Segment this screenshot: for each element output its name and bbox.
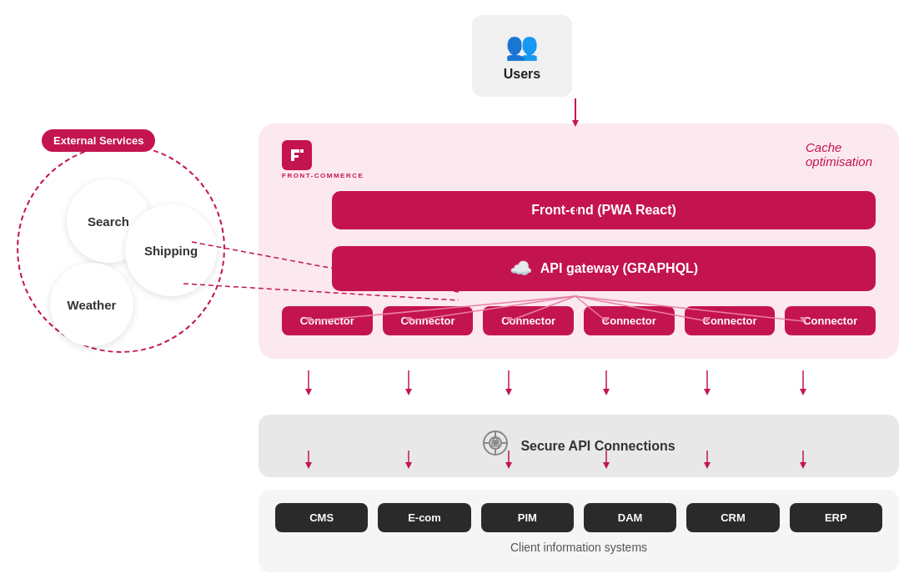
diagram-container: 👥 Users FRONT-COMMERCE Cache optimisatio… [0,0,924,584]
client-box-crm: CRM [686,503,779,532]
users-icon: 👥 [505,30,539,62]
client-box-ecom: E-com [378,503,470,532]
connector-box-2: Connector [383,306,474,335]
fc-logo: FRONT-COMMERCE [282,140,876,179]
api-icon: ☁️ [510,258,532,279]
client-systems-label: Client information systems [275,541,882,554]
client-systems-container: CMS E-com PIM DAM CRM ERP Client informa… [259,490,899,572]
bubble-shipping: Shipping [125,204,217,296]
svg-point-44 [493,441,498,446]
fc-logo-mark [282,140,312,170]
client-box-dam: DAM [584,503,676,532]
users-box: 👥 Users [472,15,572,97]
users-label: Users [504,67,540,82]
fc-logo-text: FRONT-COMMERCE [282,172,364,179]
connector-box-6: Connector [785,306,876,335]
client-box-cms: CMS [275,503,368,532]
api-gateway-box: ☁️ API gateway (GRAPHQL) [332,246,876,291]
external-services-badge: External Services [42,129,155,152]
cache-label: Cache optimisation [806,140,872,169]
connectors-row: Connector Connector Connector Connector … [282,306,876,335]
connector-box-3: Connector [483,306,574,335]
client-box-pim: PIM [481,503,574,532]
frontend-box: Front-end (PWA React) [332,191,876,229]
svg-marker-25 [603,389,610,395]
secure-api-label: Secure API Connections [520,439,675,454]
svg-marker-19 [305,389,312,395]
svg-marker-27 [704,389,711,395]
secure-icon [482,430,509,462]
svg-marker-21 [405,389,412,395]
svg-marker-29 [800,389,806,395]
client-box-erp: ERP [790,503,882,532]
secure-api-container: Secure API Connections [259,415,899,477]
external-services-area: External Services Search Shipping Weathe… [17,129,242,380]
svg-marker-23 [505,389,512,395]
main-container: FRONT-COMMERCE Cache optimisation Front-… [259,123,899,359]
connector-box-4: Connector [584,306,675,335]
bubble-weather: Weather [50,263,133,346]
connector-box-1: Connector [282,306,373,335]
client-boxes-row: CMS E-com PIM DAM CRM ERP [275,503,882,532]
connector-box-5: Connector [685,306,776,335]
